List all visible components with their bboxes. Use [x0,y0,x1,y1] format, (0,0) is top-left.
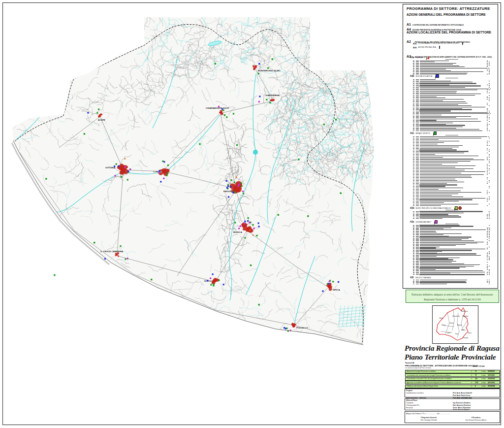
facility-marker-blue [328,283,329,284]
ufficio-box: Ufficio di Piano Il DirigenteIng. Domeni… [405,398,500,410]
legend-action-a1: A1COSTRUZIONE DEL SISTEMA INFORMATIVO IS… [407,19,464,23]
facility-marker-green [243,193,244,195]
approval-row: Controdedotto in linea del C.R.U. dal Co… [405,377,500,381]
facility-marker-blue [221,108,223,110]
approval-label: Controdedotto alle osservazioni dal Cons… [407,374,471,376]
legend-table-a3b [413,78,492,132]
town-label: ACATE [98,119,105,121]
approval-n-label: n° [471,382,475,384]
facility-marker-green [166,174,168,176]
map-sheet: MONTEROSSO ALMOGIARRATANACHIARAMONTE GUL… [0,0,504,428]
inset-label: Giarratana [462,315,469,317]
facility-marker-green [278,214,279,216]
a2-code: A2 [407,40,411,43]
facility-marker-green [233,113,234,114]
facility-marker-green [258,73,259,74]
legend-table-row [413,130,492,132]
facility-marker-blue [228,196,229,198]
facility-marker-green [199,143,200,145]
title-line-2: Piano Territoriale Provinciale [405,353,500,362]
facility-marker-blue [212,273,214,275]
approval-row: Adottato dal Consiglio Provinciale con d… [405,370,500,373]
approval-date: 19/11/2001 [488,374,499,376]
approval-indata-label: in data [481,385,488,387]
facility-marker-green [258,304,259,305]
decree-note-box: Elaborato definitivo adeguato ai sensi d… [406,290,499,303]
inset-label: Comiso [449,322,454,324]
inset-label: Vittoria [441,324,446,326]
legend-table-row [413,218,492,219]
sheet-subtitle: PROGRAMMA DI SETTORE : ATTREZZATURE DI I… [405,364,478,367]
map-scale: Scala 1:75.000 [472,365,485,367]
facility-marker-green [335,119,337,120]
town-label: COMISO [153,170,162,173]
signature-secretary: Il Segretario Generale Dott. Giuseppe Gr… [405,417,452,421]
facility-marker-green [256,235,257,236]
town-label: MODICA [233,231,243,233]
sheet-subtitle-small: e la sottomisura degli atti del Piano Te… [405,367,431,369]
approval-number: 76 [475,370,481,372]
facility-marker-blue [258,63,260,65]
approval-number: 79 [475,374,481,376]
legend-table-a3d [413,210,492,220]
facility-marker-blue [338,281,339,283]
title-line-1: Provincia Regionale di Ragusa [405,344,500,353]
approval-n-label: n° [471,374,475,376]
facility-marker-blue [244,221,246,222]
facility-marker-blue [247,220,249,222]
facility-marker-green [218,280,220,281]
approval-row: Approvato con modifiche dall'Assessorato… [405,381,500,384]
facility-marker-green [272,58,273,60]
inset-label: S. Croce [445,332,451,334]
town-label: CHIARAMONTE GULFI [206,107,229,109]
facility-marker-green [266,99,267,100]
facility-marker-blue [207,280,208,281]
facility-marker-green [234,222,236,223]
facility-marker-green [54,274,55,276]
section-code: A3d [410,207,414,209]
town-label: RAGUSA [223,190,233,193]
facility-marker-green [234,182,235,183]
approval-row: Pubblicato sulla Gazzetta Ufficiale Regi… [405,385,500,388]
facility-marker-green [267,67,269,69]
inset-label: Chiaramonte [452,315,460,317]
item-label: COORDINAMENTO DELLE AZIONI SUI CENTRI ST… [418,42,459,44]
facility-marker-green [224,114,225,116]
facility-marker-green [248,217,249,219]
facility-marker-green [323,124,325,125]
section-code: A3a [410,56,414,59]
approval-date: 20/02/2004 [488,385,499,387]
facility-marker-green [121,176,122,177]
facility-marker-blue [226,187,228,189]
facility-marker-green [94,242,95,243]
legend-action-a4: A4AZIONE PREVENTIVA IN MATERIA DI PROTEZ… [407,24,461,28]
section-code: A3e [410,221,414,223]
approval-number: 126 [475,378,481,380]
facility-marker-green [252,224,253,226]
facility-marker-green [307,215,309,217]
facility-marker-green [244,237,246,238]
facility-marker-green [230,179,232,181]
legend-table-a3c [413,135,492,207]
allegato-box: Allegato alla Delibera C.P. n. .........… [405,411,500,423]
allegato-line: Allegato alla Delibera C.P. n. .........… [406,413,500,415]
facility-marker-blue [114,165,115,167]
facility-marker-green [332,281,334,282]
legend-a3-heading: A3 AZIONI DI INTEGRAZIONE ED AMPLIAMENTO… [407,51,492,55]
facility-marker-green [210,284,212,286]
town-label: MONTEROSSO ALMO [258,69,281,72]
legend-table-a3a [413,59,492,75]
caserme-flag-icon [427,56,429,59]
facility-marker-green [241,182,242,184]
approval-number: 8 [475,385,481,387]
inset-label: Monterosso [461,310,468,312]
inset-label: Ispica [468,332,472,334]
facility-marker-green [125,258,126,260]
section-code: A3f [410,276,413,279]
legend-table-row [413,283,492,285]
item-code: A2b [413,46,417,49]
category-swatch [434,132,437,135]
approval-n-label: n° [471,370,475,372]
approval-n-label: n° [471,378,475,380]
facility-marker-green [167,165,169,166]
